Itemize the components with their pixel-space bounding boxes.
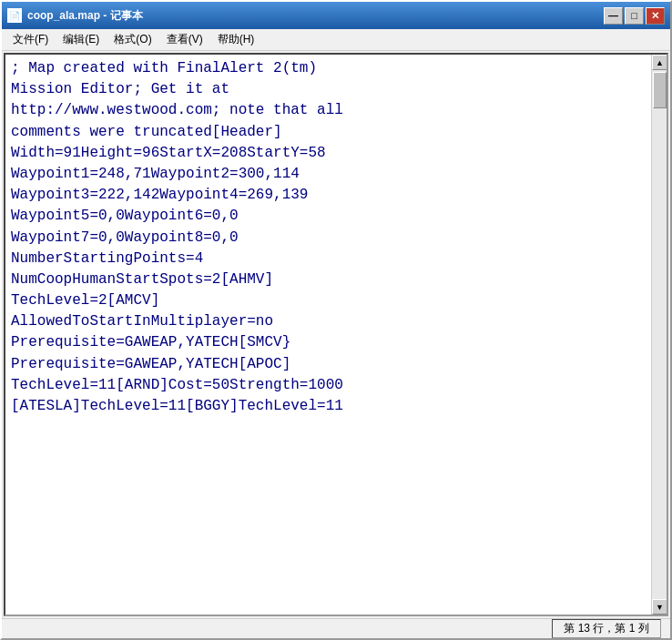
scroll-thumb[interactable] — [653, 72, 667, 108]
window-controls: — □ ✕ — [604, 7, 665, 25]
vertical-scrollbar: ▲ ▼ — [651, 55, 667, 615]
minimize-button[interactable]: — — [604, 7, 623, 25]
status-bar: 第 13 行，第 1 列 — [2, 618, 670, 638]
scroll-down-arrow[interactable]: ▼ — [652, 599, 667, 615]
menu-edit[interactable]: 编辑(E) — [56, 30, 107, 49]
menu-bar: 文件(F) 编辑(E) 格式(O) 查看(V) 帮助(H) — [2, 29, 670, 51]
maximize-button[interactable]: □ — [625, 7, 644, 25]
main-window: 📄 coop_ala.map - 记事本 — □ ✕ 文件(F) 编辑(E) 格… — [0, 0, 672, 640]
title-bar: 📄 coop_ala.map - 记事本 — □ ✕ — [2, 2, 670, 29]
scroll-up-arrow[interactable]: ▲ — [652, 55, 667, 70]
window-title: coop_ala.map - 记事本 — [27, 8, 143, 24]
app-icon: 📄 — [7, 8, 22, 23]
text-editor[interactable]: ; Map created with FinalAlert 2(tm) Miss… — [5, 55, 651, 615]
cursor-position: 第 13 行，第 1 列 — [552, 619, 661, 638]
close-button[interactable]: ✕ — [646, 7, 665, 25]
menu-format[interactable]: 格式(O) — [107, 30, 158, 49]
title-bar-left: 📄 coop_ala.map - 记事本 — [7, 8, 143, 24]
content-area: ; Map created with FinalAlert 2(tm) Miss… — [4, 53, 668, 616]
scroll-track[interactable] — [652, 70, 667, 599]
menu-view[interactable]: 查看(V) — [159, 30, 210, 49]
menu-file[interactable]: 文件(F) — [5, 30, 56, 49]
menu-help[interactable]: 帮助(H) — [210, 30, 262, 49]
